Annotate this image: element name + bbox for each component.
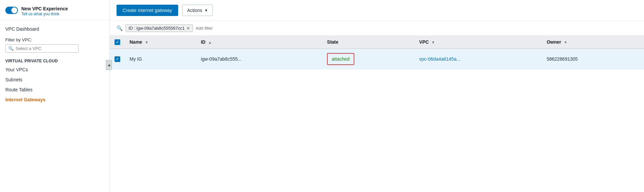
vpc-filter-input-wrap[interactable]: 🔍 — [5, 44, 79, 53]
toolbar: Create internet gateway Actions ▼ — [110, 0, 644, 21]
state-value: attached — [332, 56, 350, 62]
col-header-name[interactable]: Name ▼ — [125, 36, 196, 49]
row-id: igw-09a7ab8c555... — [196, 49, 322, 69]
toggle-knob — [11, 7, 17, 13]
toggle-text: New VPC Experience Tell us what you thin… — [21, 6, 68, 16]
sidebar: New VPC Experience Tell us what you thin… — [0, 0, 110, 192]
col-header-vpc[interactable]: VPC ▼ — [415, 36, 542, 49]
vpc-filter-input[interactable] — [16, 46, 76, 51]
sidebar-section-title: VIRTUAL PRIVATE CLOUD — [0, 56, 110, 65]
filter-search-icon: 🔍 — [117, 25, 123, 31]
state-highlight-box: attached — [327, 53, 354, 65]
select-all-checkbox[interactable] — [115, 39, 120, 45]
internet-gateways-table: Name ▼ ID ▲ State VPC ▼ Owne — [110, 36, 644, 69]
sidebar-item-subnets[interactable]: Subnets — [0, 75, 110, 85]
toggle-link[interactable]: Tell us what you think — [21, 12, 68, 16]
table-header-row: Name ▼ ID ▲ State VPC ▼ Owne — [110, 36, 644, 49]
actions-button[interactable]: Actions ▼ — [182, 5, 213, 16]
col-header-owner[interactable]: Owner ▼ — [542, 36, 644, 49]
filter-by-vpc-label: Filter by VPC: — [5, 37, 104, 42]
main-content: Create internet gateway Actions ▼ 🔍 ID :… — [110, 0, 644, 192]
actions-label: Actions — [187, 8, 202, 13]
vpc-sort-icon: ▼ — [432, 40, 435, 44]
filter-bar: 🔍 ID : igw-09a7ab8c555567cc1 ✕ Add filte… — [110, 21, 644, 36]
id-sort-icon: ▲ — [208, 40, 212, 44]
sidebar-collapse-handle[interactable]: ◀ — [106, 60, 112, 70]
filter-by-vpc-section: Filter by VPC: 🔍 — [0, 34, 110, 56]
row-checkbox[interactable] — [115, 56, 120, 62]
owner-sort-icon: ▼ — [564, 40, 567, 44]
name-sort-icon: ▼ — [145, 40, 149, 44]
sidebar-item-internet-gateways[interactable]: Internet Gateways — [0, 95, 110, 105]
row-owner: 586228691305 — [542, 49, 644, 69]
actions-chevron-icon: ▼ — [204, 8, 208, 12]
filter-tag-close-icon[interactable]: ✕ — [186, 26, 190, 31]
row-vpc[interactable]: vpc-06da4a6145a... — [415, 49, 542, 69]
create-internet-gateway-button[interactable]: Create internet gateway — [117, 5, 178, 16]
table-row[interactable]: My IG igw-09a7ab8c555... attached vpc-06… — [110, 49, 644, 69]
row-state: attached — [322, 49, 415, 69]
table-wrap: Name ▼ ID ▲ State VPC ▼ Owne — [110, 36, 644, 192]
filter-tag: ID : igw-09a7ab8c555567cc1 ✕ — [126, 24, 193, 32]
vpc-link[interactable]: vpc-06da4a6145a... — [419, 56, 461, 62]
toggle-title: New VPC Experience — [21, 6, 68, 12]
col-header-id[interactable]: ID ▲ — [196, 36, 322, 49]
add-filter-label[interactable]: Add filter — [195, 26, 212, 31]
new-vpc-toggle[interactable] — [5, 7, 18, 14]
sidebar-item-route-tables[interactable]: Route Tables — [0, 85, 110, 95]
sidebar-nav: VPC Dashboard Filter by VPC: 🔍 VIRTUAL P… — [0, 20, 110, 109]
col-header-state: State — [322, 36, 415, 49]
select-all-header[interactable] — [110, 36, 125, 49]
row-checkbox-cell[interactable] — [110, 49, 125, 69]
sidebar-item-vpc-dashboard[interactable]: VPC Dashboard — [0, 24, 110, 34]
vpc-search-icon: 🔍 — [8, 46, 14, 51]
row-name: My IG — [125, 49, 196, 69]
sidebar-item-your-vpcs[interactable]: Your VPCs — [0, 65, 110, 75]
filter-tag-text: ID : igw-09a7ab8c555567cc1 — [129, 26, 184, 31]
new-vpc-toggle-section: New VPC Experience Tell us what you thin… — [0, 0, 110, 20]
